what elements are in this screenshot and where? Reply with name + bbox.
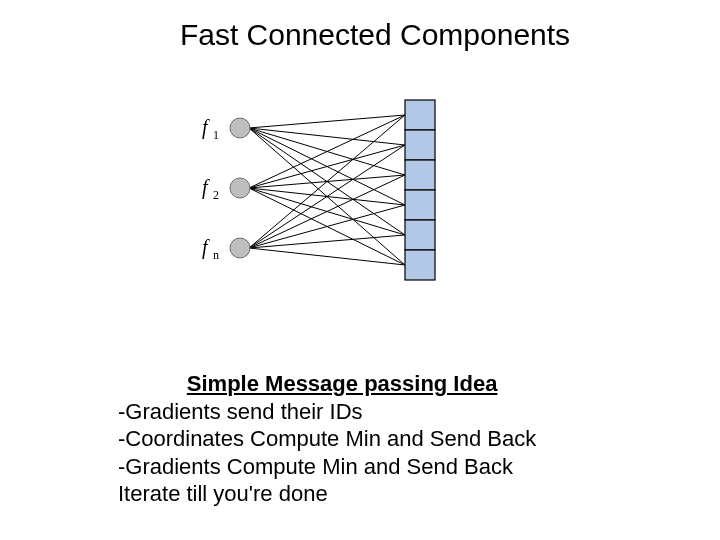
source-label-sub: 2 [213,188,219,202]
source-node [230,178,250,198]
edge [249,145,405,248]
source-label: f [202,176,210,199]
edge [249,248,405,265]
source-label: f [202,236,210,259]
source-label-sub: n [213,248,219,262]
slide-title: Fast Connected Components [0,18,720,52]
bullet-line: -Coordinates Compute Min and Send Back [118,425,536,453]
source-node [230,238,250,258]
array-cell [405,250,435,280]
body-text: Simple Message passing Idea -Gradients s… [118,370,536,508]
array-cell [405,190,435,220]
bullet-line: -Gradients Compute Min and Send Back [118,453,536,481]
subheading: Simple Message passing Idea [148,370,536,398]
array-cell [405,130,435,160]
diagram: f1f2fn [160,90,460,310]
array-cell [405,100,435,130]
bullet-line: Iterate till you're done [118,480,536,508]
slide: Fast Connected Components f1f2fn Simple … [0,0,720,540]
source-node [230,118,250,138]
edge [249,128,405,145]
source-label: f [202,116,210,139]
diagram-svg: f1f2fn [160,90,460,310]
array-cell [405,160,435,190]
bullet-line: -Gradients send their IDs [118,398,536,426]
source-label-sub: 1 [213,128,219,142]
array-cell [405,220,435,250]
